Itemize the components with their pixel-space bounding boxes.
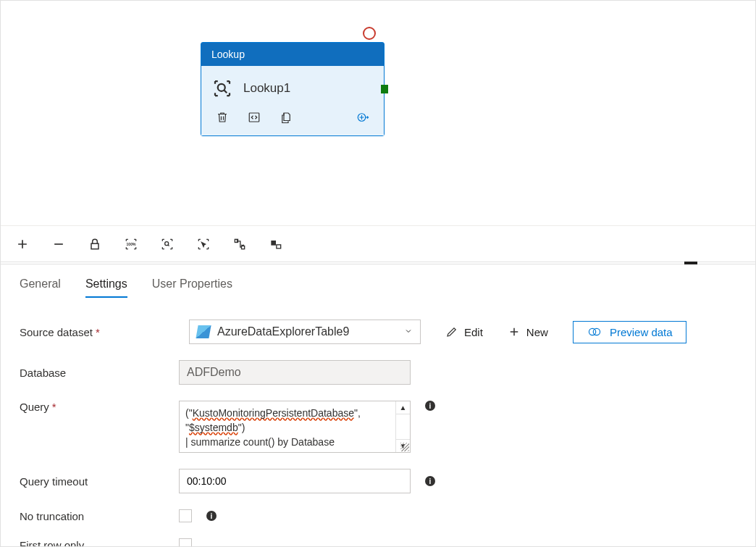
chevron-down-icon (404, 325, 413, 338)
database-label: Database (20, 367, 164, 379)
code-icon[interactable] (246, 109, 262, 125)
svg-text:100%: 100% (127, 241, 136, 246)
scroll-up-icon[interactable]: ▲ (396, 401, 410, 414)
resize-handle[interactable] (400, 443, 409, 451)
pipeline-canvas[interactable]: Lookup Lookup1 (1, 1, 755, 225)
dataset-icon (196, 325, 211, 338)
svg-rect-3 (91, 243, 98, 249)
lookup-icon (211, 78, 233, 99)
success-connector[interactable] (381, 85, 388, 93)
query-timeout-input[interactable] (179, 469, 411, 493)
edit-dataset-button[interactable]: Edit (445, 325, 483, 338)
first-row-only-checkbox[interactable] (179, 538, 192, 547)
svg-rect-8 (271, 241, 276, 246)
source-dataset-label: Source dataset* (20, 326, 164, 338)
zoom-fit-icon[interactable] (159, 235, 176, 253)
delete-icon[interactable] (214, 109, 230, 125)
minimap-icon[interactable] (267, 235, 285, 253)
canvas-toolbar: 100% (1, 225, 755, 262)
node-title: Lookup1 (243, 81, 290, 96)
source-dataset-select[interactable]: AzureDataExplorerTable9 (189, 320, 421, 344)
no-truncation-checkbox[interactable] (179, 509, 192, 522)
zoom-out-icon[interactable] (50, 235, 67, 253)
svg-point-11 (593, 328, 600, 335)
query-textarea[interactable]: ("KustoMonitoringPersistentDatabase", "$… (179, 401, 411, 453)
svg-rect-7 (242, 246, 245, 249)
activity-tabs: General Settings User Properties (1, 264, 755, 298)
query-label: Query* (20, 401, 164, 413)
info-icon[interactable]: i (206, 511, 217, 521)
info-icon[interactable]: i (425, 401, 435, 411)
multiselect-icon[interactable] (195, 235, 212, 253)
zoom-in-icon[interactable] (14, 235, 31, 253)
copy-icon[interactable] (278, 109, 294, 125)
tab-settings[interactable]: Settings (85, 277, 127, 298)
new-dataset-button[interactable]: New (508, 325, 548, 338)
zoom-reset-icon[interactable]: 100% (122, 235, 140, 253)
node-type-label: Lookup (201, 43, 384, 66)
svg-rect-9 (277, 244, 281, 248)
add-output-icon[interactable] (355, 109, 371, 125)
database-field: ADFDemo (179, 360, 411, 385)
tab-general[interactable]: General (20, 277, 61, 298)
preview-data-button[interactable]: Preview data (573, 321, 686, 343)
info-icon[interactable]: i (425, 476, 435, 486)
query-timeout-label: Query timeout (20, 475, 164, 488)
svg-point-0 (218, 84, 225, 91)
panel-resize-handle[interactable] (1, 262, 755, 264)
svg-rect-1 (249, 113, 259, 122)
first-row-only-label: First row only (20, 539, 164, 548)
validation-error-indicator (363, 27, 376, 40)
no-truncation-label: No truncation (20, 510, 164, 522)
source-dataset-value: AzureDataExplorerTable9 (217, 325, 349, 338)
tab-user-properties[interactable]: User Properties (152, 277, 232, 298)
autolayout-icon[interactable] (231, 235, 248, 253)
lookup-activity-node[interactable]: Lookup Lookup1 (201, 42, 385, 136)
lock-icon[interactable] (86, 235, 104, 253)
